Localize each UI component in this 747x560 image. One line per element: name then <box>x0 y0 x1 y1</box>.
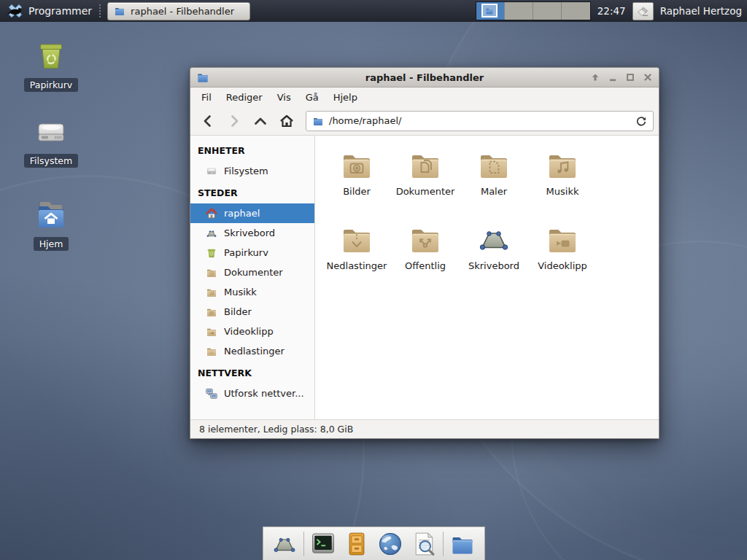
file-cabinet-icon <box>344 531 370 557</box>
up-button[interactable] <box>248 110 272 132</box>
current-path: /home/raphael/ <box>329 115 401 126</box>
sidebar-item-desktop[interactable]: Skrivebord <box>190 223 314 243</box>
user-name-label[interactable]: Raphael Hertzog <box>660 5 742 17</box>
file-item-bilder[interactable]: Bilder <box>322 147 391 222</box>
taskbar-window-button[interactable]: raphael - Filbehandler <box>107 2 250 20</box>
home-folder-icon <box>34 197 69 232</box>
sidebar-item-trash[interactable]: Papirkurv <box>190 243 314 262</box>
sidebar-item-filesystem[interactable]: Filsystem <box>190 161 314 181</box>
workspace-1[interactable] <box>476 2 505 20</box>
file-item-nedlastinger[interactable]: Nedlastinger <box>322 222 391 296</box>
workspace-2[interactable] <box>505 2 533 20</box>
trash-icon <box>206 247 217 259</box>
eraser-icon <box>636 4 649 18</box>
folder-downloads-icon <box>339 222 374 257</box>
sidebar: ENHETER Filsystem STEDER raphael Skriveb… <box>190 136 315 419</box>
menu-file[interactable]: Fil <box>194 89 219 106</box>
desktop-icon-label: Hjem <box>34 237 69 251</box>
panel-handle <box>99 4 103 18</box>
workspace-3[interactable] <box>533 2 562 20</box>
sidebar-header-network: NETTVERK <box>190 361 314 384</box>
workspace-4[interactable] <box>562 2 590 20</box>
dock-panel <box>263 526 485 560</box>
folder-videos-icon <box>545 222 580 257</box>
top-panel: Programmer raphael - Filbehandler 22:47 … <box>0 0 747 22</box>
desktop-icon-label: Filsystem <box>24 154 78 168</box>
folder-pictures-icon <box>339 147 374 182</box>
file-manager-window: raphael - Filbehandler Fil Rediger Vis G… <box>190 67 659 439</box>
show-desktop-button[interactable] <box>270 529 299 559</box>
sidebar-header-places: STEDER <box>190 181 314 203</box>
file-item-videoklipp[interactable]: Videoklipp <box>528 222 597 296</box>
file-item-skrivebord[interactable]: Skrivebord <box>460 222 528 296</box>
folder-music-icon <box>206 287 217 298</box>
menu-help[interactable]: Hjelp <box>326 89 365 106</box>
home-icon <box>206 208 217 219</box>
folder-icon <box>485 7 494 15</box>
dock-separator <box>303 532 304 556</box>
trash-icon <box>34 38 69 73</box>
sidebar-item-music[interactable]: Musikk <box>190 282 314 302</box>
toolbar: /home/raphael/ <box>190 106 659 136</box>
file-item-dokumenter[interactable]: Dokumenter <box>391 147 460 222</box>
reload-button[interactable] <box>635 115 647 127</box>
dock-separator <box>443 532 444 556</box>
workspace-window-thumbnail <box>481 4 498 18</box>
sidebar-item-documents[interactable]: Dokumenter <box>190 262 314 282</box>
harddrive-icon <box>206 166 217 177</box>
file-view[interactable]: Bilder Dokumenter Maler Musikk Nedlastin… <box>315 136 659 419</box>
file-item-maler[interactable]: Maler <box>460 147 528 222</box>
sidebar-item-pictures[interactable]: Bilder <box>190 302 314 322</box>
sidebar-item-raphael[interactable]: raphael <box>190 203 314 223</box>
web-browser-launcher[interactable] <box>376 529 405 559</box>
menu-edit[interactable]: Rediger <box>219 89 270 106</box>
maximize-button[interactable] <box>624 72 635 83</box>
desktop-icon <box>476 222 511 257</box>
folder-downloads-icon <box>206 346 217 357</box>
clock[interactable]: 22:47 <box>597 5 626 17</box>
location-bar[interactable]: /home/raphael/ <box>306 111 654 131</box>
search-launcher[interactable] <box>409 529 438 559</box>
folder-templates-icon <box>476 147 511 182</box>
taskbar-window-title: raphael - Filbehandler <box>131 6 234 17</box>
back-button[interactable] <box>196 110 220 132</box>
folder-videos-icon <box>206 326 217 338</box>
status-text: 8 ielementer, Ledig plass: 8,0 GiB <box>199 424 353 435</box>
menu-view[interactable]: Vis <box>270 89 298 106</box>
folder-icon <box>114 5 125 17</box>
file-item-musikk[interactable]: Musikk <box>528 147 597 222</box>
show-desktop-icon <box>271 531 298 557</box>
sidebar-header-devices: ENHETER <box>190 139 314 161</box>
harddrive-icon <box>34 117 69 149</box>
file-manager-launcher[interactable] <box>448 529 477 559</box>
sidebar-item-browse-network[interactable]: Utforsk nettver... <box>190 384 314 403</box>
file-manager-icon <box>449 531 476 557</box>
forward-button[interactable] <box>222 110 246 132</box>
terminal-icon <box>310 531 336 557</box>
folder-icon <box>312 115 324 127</box>
sidebar-item-videos[interactable]: Videoklipp <box>190 322 314 341</box>
desktop-icon-trash[interactable]: Papirkurv <box>15 38 88 92</box>
session-action-button[interactable] <box>632 2 654 20</box>
folder-pictures-icon <box>206 306 217 318</box>
workspace-switcher <box>476 1 591 20</box>
close-button[interactable] <box>642 72 653 83</box>
terminal-launcher[interactable] <box>309 529 338 559</box>
minimize-button[interactable] <box>607 72 618 83</box>
file-cabinet-launcher[interactable] <box>342 529 371 559</box>
desktop-icon-home[interactable]: Hjem <box>15 197 88 251</box>
statusbar: 8 ielementer, Ledig plass: 8,0 GiB <box>190 419 659 438</box>
window-title: raphael - Filbehandler <box>190 72 659 83</box>
home-button[interactable] <box>274 110 298 132</box>
menu-go[interactable]: Gå <box>298 89 326 106</box>
file-item-offentlig[interactable]: Offentlig <box>391 222 460 296</box>
folder-documents-icon <box>408 147 443 182</box>
sidebar-item-downloads[interactable]: Nedlastinger <box>190 341 314 361</box>
applications-menu-button[interactable]: Programmer <box>3 1 96 20</box>
folder-music-icon <box>545 147 580 182</box>
shade-button[interactable] <box>589 72 600 83</box>
desktop-icon-filesystem[interactable]: Filsystem <box>15 117 88 168</box>
menubar: Fil Rediger Vis Gå Hjelp <box>190 88 659 106</box>
window-titlebar[interactable]: raphael - Filbehandler <box>190 68 659 88</box>
applications-menu-label: Programmer <box>28 5 92 17</box>
